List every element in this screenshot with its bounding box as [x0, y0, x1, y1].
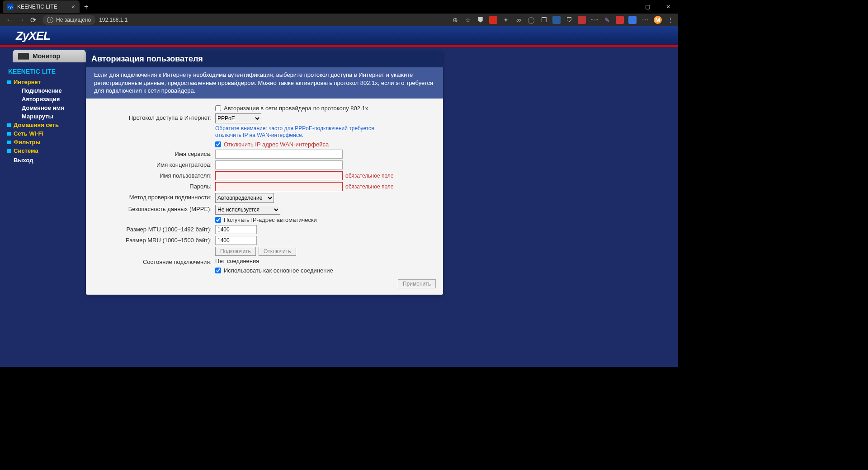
protocol-select[interactable]: PPPoE: [215, 113, 261, 123]
auto-ip-label: Получать IP-адрес автоматически: [224, 216, 317, 223]
primary-conn-label: Использовать как основное соединение: [224, 267, 333, 274]
extension-wave-icon[interactable]: 〰: [590, 16, 599, 24]
info-icon: i: [47, 17, 53, 23]
panel-description: Если для подключения к Интернету необход…: [86, 67, 443, 99]
nav-routes[interactable]: Маршруты: [22, 112, 81, 121]
toolbar-extensions: ⊕ ☆ ⛊ ✦ ∞ ◯ ❐ ⛉ 〰 ✎ ⋯ M ⋮: [451, 16, 675, 24]
reload-button[interactable]: ⟳: [27, 14, 39, 26]
username-input[interactable]: [215, 171, 343, 180]
monitor-icon: [18, 53, 29, 59]
extension-red2-icon[interactable]: [616, 16, 624, 24]
extension-tabs-icon[interactable]: ❐: [540, 16, 548, 24]
status-value: Нет соединения: [215, 258, 259, 264]
security-label: Не защищено: [56, 17, 91, 23]
auth-method-select[interactable]: Автоопределение: [215, 193, 274, 203]
username-required: обязательное поле: [345, 173, 393, 179]
zoom-icon[interactable]: ⊕: [451, 16, 459, 24]
security-chip[interactable]: i Не защищено: [42, 15, 95, 25]
profile-avatar[interactable]: M: [654, 16, 662, 24]
disable-wan-ip-label: Отключить IP адрес WAN-интерфейса: [224, 141, 329, 148]
tab-title: KEENETIC LITE: [17, 4, 57, 10]
primary-conn-checkbox[interactable]: [215, 268, 221, 273]
disconnect-button[interactable]: Отключить: [259, 247, 296, 256]
tab-favicon-icon: Zyx: [7, 4, 14, 10]
extension-blue2-icon[interactable]: [628, 16, 637, 24]
page: ZyXEL Монитор KEENETIC LITE Интернет Под…: [0, 26, 678, 367]
sidebar: Монитор KEENETIC LITE Интернет Подключен…: [0, 47, 86, 365]
pocket-icon[interactable]: ⛊: [476, 16, 485, 24]
nav-connection[interactable]: Подключение: [22, 86, 81, 95]
brand-logo: ZyXEL: [16, 29, 50, 43]
auth-8021x-label: Авторизация в сети провайдера по протоко…: [224, 105, 368, 112]
protocol-label: Протокол доступа в Интернет:: [93, 113, 215, 121]
mtu-input[interactable]: [215, 225, 257, 234]
window-maximize-button[interactable]: ▢: [637, 0, 658, 14]
back-button[interactable]: ←: [4, 14, 15, 26]
status-label: Состояние подключения:: [93, 258, 215, 265]
brand-bar: ZyXEL: [0, 26, 678, 47]
service-name-input[interactable]: [215, 150, 343, 159]
auto-ip-checkbox[interactable]: [215, 217, 221, 223]
new-tab-button[interactable]: +: [84, 3, 88, 11]
nav-exit[interactable]: Выход: [8, 155, 81, 165]
browser-tab[interactable]: Zyx KEENETIC LITE ×: [3, 0, 80, 13]
auth-8021x-checkbox[interactable]: [215, 105, 221, 111]
forward-button[interactable]: →: [15, 14, 27, 26]
window-minimize-button[interactable]: —: [617, 0, 637, 14]
device-title: KEENETIC LITE: [8, 68, 81, 75]
nav-wifi[interactable]: Сеть Wi-Fi: [8, 129, 81, 138]
mtu-label: Размер MTU (1000–1492 байт):: [93, 225, 215, 233]
extension-feather-icon[interactable]: ✎: [603, 16, 611, 24]
browser-toolbar: ← → ⟳ i Не защищено 192.168.1.1 ⊕ ☆ ⛊ ✦ …: [0, 14, 678, 26]
protocol-hint: Обратите внимание: часто для PPPoE-подкл…: [215, 125, 378, 139]
concentrator-label: Имя концентратора:: [93, 160, 215, 168]
menu-icon[interactable]: ⋮: [666, 16, 675, 24]
extension-shield-icon[interactable]: ⛉: [565, 16, 573, 24]
nav-system[interactable]: Система: [8, 146, 81, 155]
mru-input[interactable]: [215, 236, 257, 245]
extension-blue-icon[interactable]: [552, 16, 561, 24]
password-required: обязательное поле: [345, 183, 393, 190]
monitor-label: Монитор: [33, 52, 60, 60]
auth-method-label: Метод проверки подлинности:: [93, 193, 215, 201]
extension-glasses-icon[interactable]: ∞: [514, 16, 523, 24]
url-text[interactable]: 192.168.1.1: [99, 17, 127, 23]
extension-puzzle-icon[interactable]: ✦: [502, 16, 510, 24]
password-input[interactable]: [215, 182, 343, 191]
window-controls: — ▢ ✕: [617, 0, 678, 14]
connect-button[interactable]: Подключить: [215, 247, 256, 256]
extension-dots-icon[interactable]: ⋯: [641, 16, 649, 24]
nav-authorization[interactable]: Авторизация: [22, 95, 81, 103]
mru-label: Размер MRU (1000–1500 байт):: [93, 236, 215, 244]
tab-close-icon[interactable]: ×: [71, 3, 75, 10]
nav-domain[interactable]: Доменное имя: [22, 103, 81, 112]
concentrator-input[interactable]: [215, 160, 343, 169]
extension-red-icon[interactable]: [489, 16, 497, 24]
nav-filters[interactable]: Фильтры: [8, 138, 81, 146]
mppe-label: Безопасность данных (MPPE):: [93, 205, 215, 212]
nav-home-network[interactable]: Домашняя сеть: [8, 121, 81, 129]
main-area: Авторизация пользователя Если для подклю…: [86, 47, 678, 365]
auth-panel: Авторизация пользователя Если для подклю…: [86, 51, 443, 295]
service-name-label: Имя сервиса:: [93, 150, 215, 157]
nav-tree: KEENETIC LITE Интернет Подключение Автор…: [0, 65, 86, 165]
extension-ublock-icon[interactable]: [578, 16, 586, 24]
mppe-select[interactable]: Не используется: [215, 205, 280, 215]
nav-internet[interactable]: Интернет: [8, 78, 81, 86]
apply-button[interactable]: Применить: [398, 279, 436, 288]
password-label: Пароль:: [93, 182, 215, 190]
username-label: Имя пользователя:: [93, 171, 215, 179]
disable-wan-ip-checkbox[interactable]: [215, 141, 221, 147]
panel-title: Авторизация пользователя: [86, 51, 443, 67]
star-icon[interactable]: ☆: [464, 16, 472, 24]
window-titlebar: Zyx KEENETIC LITE × + — ▢ ✕: [0, 0, 678, 14]
extension-circle-icon[interactable]: ◯: [527, 16, 535, 24]
window-close-button[interactable]: ✕: [658, 0, 678, 14]
monitor-tab[interactable]: Монитор: [13, 50, 86, 62]
